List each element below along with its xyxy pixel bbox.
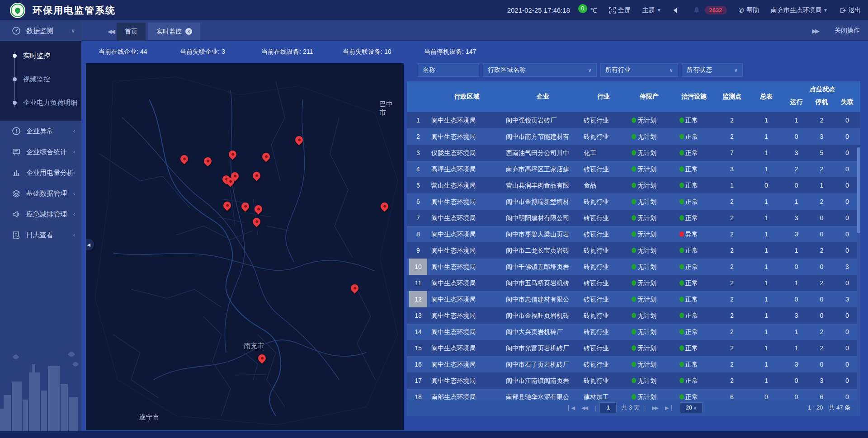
cell-pollution-facility: 正常: [673, 372, 715, 389]
table-row[interactable]: 16阆中生态环境局阆中市石子页岩机砖厂砖瓦行业无计划正常21300: [407, 356, 860, 372]
sidebar-group-0[interactable]: 数据监测∨: [0, 20, 81, 41]
map-panel[interactable]: 巴中市南充市遂宁市 ◀: [86, 63, 404, 430]
sidebar-group-label: 企业异常: [26, 127, 53, 136]
sidebar-group-5[interactable]: 应急减排管理‹: [0, 204, 81, 225]
facility-text: 正常: [685, 165, 698, 173]
cell-monitor-points: 2: [715, 307, 749, 324]
sidebar-item-视频监控[interactable]: 视频监控: [0, 67, 81, 91]
prev-page-icon[interactable]: ◀◀: [581, 405, 587, 411]
cell-running: 2: [783, 161, 809, 177]
table-row[interactable]: 1阆中生态环境局阆中强锐页岩砖厂砖瓦行业无计划正常21120: [407, 112, 860, 128]
tab-label: 首页: [125, 28, 137, 36]
stop-limit-text: 无计划: [637, 133, 656, 140]
status-select[interactable]: 所有状态 ∨: [682, 63, 743, 77]
tabs-scroll-right-icon[interactable]: ▶▶: [812, 28, 818, 34]
table-row[interactable]: 2阆中生态环境局阆中市南方节能建材有砖瓦行业无计划正常21030: [407, 128, 860, 145]
tabbar-right-tools: ▶▶ 关闭操作: [812, 27, 868, 35]
city-label: 南充市: [244, 342, 264, 350]
table-row[interactable]: 3仪陇生态环境局西南油气田分公司川中化工无计划正常71350: [407, 145, 860, 161]
region-select[interactable]: 行政区域名称 ∨: [483, 63, 597, 77]
tab-realtime-monitor[interactable]: 实时监控 ✕: [148, 23, 200, 40]
sidebar-item-企业电力负荷明细[interactable]: 企业电力负荷明细: [0, 91, 81, 114]
cell-region: 阆中生态环境局: [429, 291, 504, 307]
stop-limit-text: 无计划: [637, 328, 656, 335]
stop-limit-text: 无计划: [637, 214, 656, 221]
logout-button[interactable]: 退出: [840, 6, 861, 14]
sidebar-item-label: 视频监控: [23, 75, 50, 84]
table-row[interactable]: 14阆中生态环境局阆中大兴页岩机砖厂砖瓦行业无计划正常21120: [407, 324, 860, 340]
status-select-value: 所有状态: [687, 66, 712, 74]
sidebar-group-4[interactable]: 基础数据管理‹: [0, 183, 81, 204]
table-row[interactable]: 10阆中生态环境局阆中千佛镇五郎垭页岩砖瓦行业无计划正常21003: [407, 259, 860, 275]
cell-running: 3: [783, 307, 809, 324]
sidebar-group-1[interactable]: 企业异常‹: [0, 121, 81, 141]
stat-item: 当前失联企业:3: [180, 48, 261, 56]
table-row[interactable]: 9阆中生态环境局阆中市二龙长宝页岩砖砖瓦行业无计划正常21120: [407, 242, 860, 259]
cell-region: 阆中生态环境局: [429, 356, 504, 372]
cell-industry: 食品: [582, 177, 625, 193]
sidebar-group-6[interactable]: 日志查看‹: [0, 225, 81, 245]
last-page-icon[interactable]: ▶▕: [665, 405, 671, 411]
status-dot-icon: [679, 378, 684, 383]
cell-index: 7: [407, 210, 429, 226]
row-number: 14: [412, 324, 425, 340]
table-row[interactable]: 18南部生态环境局南部县驰华水泥有限公建材加工无计划正常60060: [407, 389, 860, 400]
cell-stopped: 0: [809, 210, 834, 226]
stop-limit-text: 无计划: [637, 231, 656, 238]
help-button[interactable]: ✆ 帮助: [739, 6, 760, 14]
name-search-input[interactable]: 名称: [418, 63, 479, 77]
sidebar-group-2[interactable]: 企业综合统计‹: [0, 141, 81, 162]
tab-bar: ◀◀ 首页 实时监控 ✕ ▶▶ 关闭操作: [81, 20, 868, 41]
cell-industry: 砖瓦行业: [582, 275, 625, 291]
row-number: 13: [412, 307, 425, 324]
sidebar-item-实时监控[interactable]: 实时监控: [0, 44, 81, 67]
cell-running: 1: [783, 193, 809, 210]
table-row[interactable]: 12阆中生态环境局阆中市忠信建材有限公砖瓦行业无计划正常21003: [407, 291, 860, 307]
stop-limit-text: 无计划: [637, 165, 656, 173]
first-page-icon[interactable]: ▏◀: [568, 405, 574, 411]
table-row[interactable]: 8阆中生态环境局阆中市枣碧大梁山页岩砖瓦行业无计划异常21300: [407, 226, 860, 242]
table-row[interactable]: 15阆中生态环境局阆中市光富页岩机砖厂砖瓦行业无计划正常21120: [407, 340, 860, 356]
status-dot-icon: [679, 362, 684, 367]
table-row[interactable]: 7阆中生态环境局阆中明阳建材有限公司砖瓦行业无计划正常21300: [407, 210, 860, 226]
status-dot-icon: [632, 362, 636, 367]
close-operations-button[interactable]: 关闭操作: [835, 27, 860, 35]
org-dropdown[interactable]: 南充市生态环境局 ▼: [771, 6, 828, 14]
close-icon[interactable]: ✕: [185, 28, 192, 35]
cell-running: 1: [783, 242, 809, 259]
table-row[interactable]: 4高坪生态环境局南充市高坪区王家店建砖瓦行业无计划正常31220: [407, 161, 860, 177]
cell-index: 4: [407, 161, 429, 177]
cell-index: 18: [407, 389, 429, 400]
sound-button[interactable]: [673, 7, 682, 14]
table-scrollbar[interactable]: [857, 147, 860, 400]
table-row[interactable]: 13阆中生态环境局阆中市金福旺页岩机砖砖瓦行业无计划正常21300: [407, 307, 860, 324]
next-page-icon[interactable]: ▶▶: [652, 405, 658, 411]
tab-home[interactable]: 首页: [117, 23, 146, 40]
sidebar-group-label: 基础数据管理: [26, 189, 67, 198]
industry-select[interactable]: 所有行业 ∨: [600, 63, 678, 77]
table-row[interactable]: 17阆中生态环境局阆中市江南镇阆南页岩砖瓦行业无计划正常21030: [407, 372, 860, 389]
theme-dropdown[interactable]: 主题 ▼: [642, 6, 661, 14]
board-icon: [12, 147, 21, 156]
cell-disconnected: 0: [834, 128, 860, 145]
table-row[interactable]: 6阆中生态环境局阆中市金博瑞新型墙材砖瓦行业无计划正常21120: [407, 193, 860, 210]
status-dot-icon: [632, 248, 636, 253]
notifications-button[interactable]: 2632: [693, 6, 727, 14]
table-row[interactable]: 11阆中生态环境局阆中市五马桥页岩机砖砖瓦行业无计划正常21120: [407, 275, 860, 291]
cell-industry: 砖瓦行业: [582, 112, 625, 128]
cell-running: 3: [783, 226, 809, 242]
sidebar-group-3[interactable]: 企业用电量分析‹: [0, 162, 81, 183]
cell-company: 南充市高坪区王家店建: [504, 161, 582, 177]
status-dot-icon: [632, 231, 636, 237]
fullscreen-button[interactable]: 全屏: [609, 6, 631, 14]
page-number-input[interactable]: 1: [599, 402, 617, 413]
cell-running: 1: [783, 275, 809, 291]
cell-pollution-facility: 正常: [673, 128, 715, 145]
sidebar-submenu: 实时监控视频监控企业电力负荷明细: [0, 41, 81, 121]
cell-stopped: 2: [809, 161, 834, 177]
page-size-select[interactable]: 20 ∨: [680, 402, 703, 413]
tabs-scroll-left-icon[interactable]: ◀◀: [108, 28, 114, 35]
cell-pollution-facility: 正常: [673, 145, 715, 161]
table-row[interactable]: 5营山生态环境局营山县润丰肉食品有限食品无计划正常10010: [407, 177, 860, 193]
cell-monitor-points: 2: [715, 372, 749, 389]
